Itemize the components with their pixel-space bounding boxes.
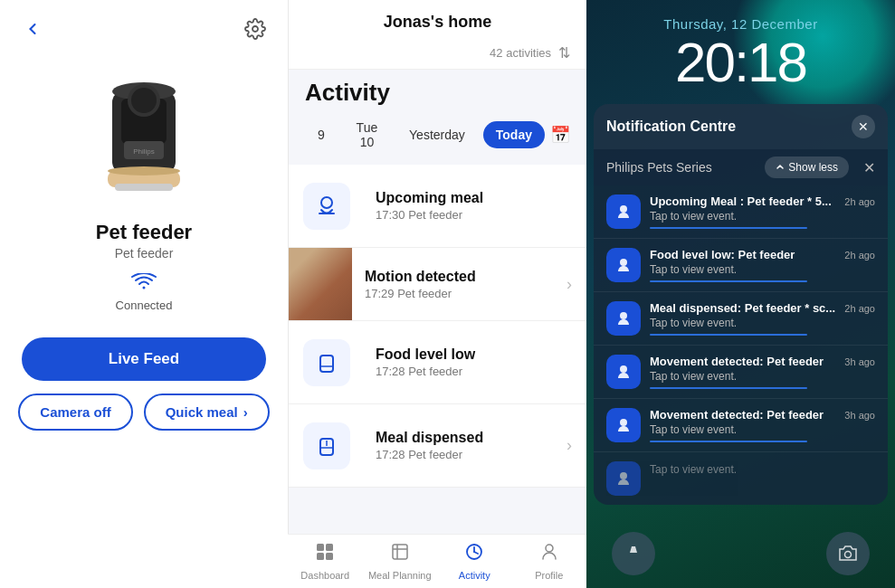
meal-dispensed-name: Meal dispensed [376,430,554,446]
activities-count: 42 activities [490,46,551,60]
notif-sub-5: Tap to view event. [650,423,875,436]
bottom-nav: Dashboard Meal Planning Activity [288,534,586,588]
date-tab-today[interactable]: Today [483,121,545,148]
notif-avatar-1 [606,194,641,229]
nc-title: Notification Centre [606,119,844,135]
notif-bar-3 [650,334,807,336]
right-panel: Thursday, 12 December 20:18 Notification… [586,0,895,588]
notif-avatar-3 [606,301,641,336]
back-button[interactable] [18,14,47,43]
notif-avatar-4 [606,355,641,389]
left-header [0,0,288,51]
show-less-button[interactable]: Show less [765,156,849,178]
middle-panel: Jonas's home 42 activities ⇅ Activity 9 … [288,0,586,588]
device-image: Philips [81,60,207,213]
activity-item-motion[interactable]: Motion detected 17:29 Pet feeder › [289,248,586,321]
bottom-buttons: Camera off Quick meal › [18,394,269,431]
nav-dashboard[interactable]: Dashboard [288,542,363,581]
notif-sub-3: Tap to view event. [650,317,875,329]
meal-planning-icon [390,542,410,567]
nav-meal-label: Meal Planning [368,570,432,581]
motion-info: Motion detected 17:29 Pet feeder [352,256,567,313]
lock-time: 20:18 [601,32,881,93]
notif-age-4: 3h ago [844,356,875,367]
nav-profile[interactable]: Profile [512,542,587,581]
food-low-name: Food level low [376,346,572,363]
notif-age-2: 2h ago [844,250,875,261]
svg-point-5 [131,88,157,113]
notif-bar-1 [650,227,807,229]
quick-meal-button[interactable]: Quick meal › [144,394,270,431]
nc-close-button[interactable]: ✕ [852,115,875,138]
notif-avatar-2 [606,248,641,282]
nc-header: Notification Centre ✕ [594,104,888,149]
nav-meal-planning[interactable]: Meal Planning [363,542,438,581]
meal-dispensed-chevron: › [567,436,572,455]
svg-rect-18 [326,544,333,551]
camera-button[interactable] [826,532,870,575]
svg-point-32 [620,419,627,426]
settings-button[interactable] [241,14,270,43]
date-tab-9[interactable]: 9 [305,121,338,148]
date-tabs: 9 Tue 10 Yesterday Today 📅 [289,114,586,165]
profile-icon [539,542,559,567]
svg-point-29 [620,259,627,266]
upcoming-meal-info: Upcoming meal 17:30 Pet feeder [363,177,572,234]
date-tab-yesterday[interactable]: Yesterday [396,121,478,148]
notif-item-1[interactable]: Upcoming Meal : Pet feeder * 5... 2h ago… [594,185,888,239]
lock-bottom [586,532,895,575]
upcoming-meal-icon-box [303,183,350,230]
notif-bar-5 [650,441,807,442]
notif-item-2[interactable]: Food level low: Pet feeder 2h ago Tap to… [594,239,888,292]
motion-meta: 17:29 Pet feeder [365,287,567,300]
middle-header: Jonas's home 42 activities ⇅ [289,0,586,70]
svg-point-33 [620,472,627,479]
notif-body-4: Movement detected: Pet feeder 3h ago Tap… [650,355,875,389]
nav-dashboard-label: Dashboard [300,570,349,581]
activity-item-upcoming-meal[interactable]: Upcoming meal 17:30 Pet feeder [289,165,586,248]
camera-off-button[interactable]: Camera off [18,394,132,431]
show-less-label: Show less [788,161,838,174]
philips-close-button[interactable]: ✕ [863,159,875,176]
flashlight-button[interactable] [612,532,655,575]
activity-item-meal-dispensed[interactable]: Meal dispensed 17:28 Pet feeder › [289,404,586,488]
notif-sub-2: Tap to view event. [650,263,875,276]
date-tab-tue10[interactable]: Tue 10 [343,114,391,156]
upcoming-meal-name: Upcoming meal [376,190,572,206]
activity-icon [464,542,484,567]
connected-label: Connected [116,299,173,312]
food-low-icon-box [303,339,350,386]
filter-icon[interactable]: ⇅ [558,44,570,62]
notif-body-5: Movement detected: Pet feeder 3h ago Tap… [650,408,875,442]
svg-point-31 [620,365,627,373]
activity-item-food-low[interactable]: Food level low 17:28 Pet feeder [289,321,586,404]
notif-item-4[interactable]: Movement detected: Pet feeder 3h ago Tap… [594,346,888,399]
svg-rect-20 [326,553,333,560]
wifi-icon [131,273,157,295]
nav-activity-label: Activity [459,570,490,581]
svg-rect-17 [317,544,324,551]
svg-text:Philips: Philips [133,147,155,156]
svg-rect-12 [320,356,333,372]
nav-activity[interactable]: Activity [437,542,512,581]
svg-point-9 [108,166,180,175]
notif-title-3: Meal dispensed: Pet feeder * sc... [650,301,835,315]
svg-rect-19 [317,553,324,560]
food-low-meta: 17:28 Pet feeder [376,365,572,378]
motion-name: Motion detected [365,269,567,285]
lock-date: Thursday, 12 December [601,16,881,32]
notif-bar-4 [650,387,807,389]
notification-list: Upcoming Meal : Pet feeder * 5... 2h ago… [594,185,888,505]
notif-item-6[interactable]: Tap to view event. [594,452,888,505]
notif-body-1: Upcoming Meal : Pet feeder * 5... 2h ago… [650,194,875,229]
notif-item-5[interactable]: Movement detected: Pet feeder 3h ago Tap… [594,399,888,452]
notif-title-2: Food level low: Pet feeder [650,248,795,261]
svg-point-27 [546,545,553,552]
live-feed-button[interactable]: Live Feed [22,337,266,381]
notif-age-1: 2h ago [844,196,875,207]
meal-dispensed-info: Meal dispensed 17:28 Pet feeder [363,417,554,474]
calendar-icon[interactable]: 📅 [550,125,570,145]
notif-item-3[interactable]: Meal dispensed: Pet feeder * sc... 2h ag… [594,292,888,346]
upcoming-meal-meta: 17:30 Pet feeder [376,208,572,222]
device-subtitle: Pet feeder [115,246,174,261]
